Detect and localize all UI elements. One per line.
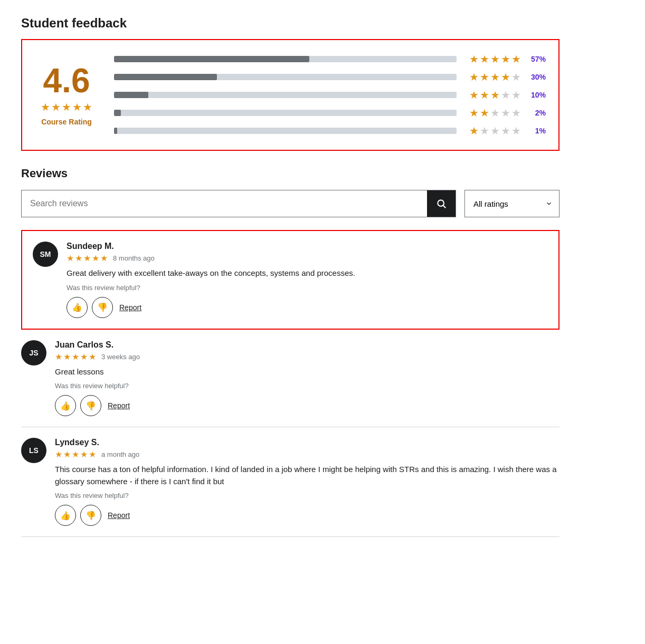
filter-wrap: All ratings5 stars4 stars3 stars2 stars1… xyxy=(464,190,559,217)
bar-star-1-1: ★ xyxy=(480,124,489,137)
reviewer-name-2: Lyndsey S. xyxy=(55,438,559,447)
bar-star-5-3: ★ xyxy=(501,53,510,65)
review-meta-0: ★★★★★8 months ago xyxy=(67,253,548,263)
review-body-2: Lyndsey S.★★★★★a month agoThis course ha… xyxy=(55,438,559,526)
report-button-0[interactable]: Report xyxy=(119,303,141,312)
bar-star-2-0: ★ xyxy=(469,107,479,119)
star-3: ★ xyxy=(62,101,71,113)
bar-stars-3: ★★★★★ xyxy=(463,89,521,101)
bar-star-4-1: ★ xyxy=(480,71,489,83)
review-card-1: JSJuan Carlos S.★★★★★3 weeks agoGreat le… xyxy=(21,330,559,428)
review-star-2-1: ★ xyxy=(63,449,71,459)
bar-track-5 xyxy=(114,56,457,62)
feedback-actions-2: 👍👎Report xyxy=(55,505,559,526)
review-card-2: LSLyndsey S.★★★★★a month agoThis course … xyxy=(21,427,559,537)
bar-star-1-4: ★ xyxy=(511,124,521,137)
review-time-2: a month ago xyxy=(101,450,139,458)
review-star-2-2: ★ xyxy=(72,449,79,459)
thumbs-down-button-2[interactable]: 👎 xyxy=(80,505,101,526)
review-star-1-2: ★ xyxy=(72,352,79,362)
review-star-0-0: ★ xyxy=(67,253,74,263)
review-star-0-4: ★ xyxy=(100,253,108,263)
bar-star-4-3: ★ xyxy=(501,71,510,83)
svg-line-1 xyxy=(443,206,446,208)
star-2: ★ xyxy=(51,101,61,113)
bar-row-1: ★★★★★1% xyxy=(114,124,546,137)
ratings-filter[interactable]: All ratings5 stars4 stars3 stars2 stars1… xyxy=(464,190,559,217)
bar-fill-2 xyxy=(114,110,121,116)
bar-stars-1: ★★★★★ xyxy=(463,124,521,137)
feedback-title: Student feedback xyxy=(21,16,559,31)
reviews-list: SMSundeep M.★★★★★8 months agoGreat deliv… xyxy=(21,230,559,537)
bar-track-2 xyxy=(114,110,457,116)
bar-star-2-2: ★ xyxy=(490,107,500,119)
star-4: ★ xyxy=(72,101,82,113)
bar-star-2-4: ★ xyxy=(511,107,521,119)
thumbs-up-button-1[interactable]: 👍 xyxy=(55,395,76,416)
bar-star-4-2: ★ xyxy=(490,71,500,83)
search-row: All ratings5 stars4 stars3 stars2 stars1… xyxy=(21,190,559,217)
star-1: ★ xyxy=(41,101,50,113)
bar-track-4 xyxy=(114,74,457,80)
report-button-2[interactable]: Report xyxy=(108,511,130,520)
search-button[interactable] xyxy=(427,190,456,217)
review-star-0-2: ★ xyxy=(83,253,91,263)
bar-star-1-3: ★ xyxy=(501,124,510,137)
feedback-actions-1: 👍👎Report xyxy=(55,395,559,416)
bar-star-3-3: ★ xyxy=(501,89,510,101)
bar-star-1-0: ★ xyxy=(469,124,479,137)
bar-fill-4 xyxy=(114,74,217,80)
big-rating-stars: ★ ★ ★ ★ ★ xyxy=(41,101,92,113)
svg-point-0 xyxy=(438,200,444,206)
big-rating-score: 4.6 xyxy=(43,64,90,98)
thumbs-down-button-1[interactable]: 👎 xyxy=(80,395,101,416)
bar-star-2-3: ★ xyxy=(501,107,510,119)
review-text-0: Great delivery with excellent take-aways… xyxy=(67,267,548,280)
review-star-0-1: ★ xyxy=(75,253,82,263)
bar-star-5-1: ★ xyxy=(480,53,489,65)
bar-star-5-4: ★ xyxy=(511,53,521,65)
bar-track-1 xyxy=(114,128,457,134)
review-star-2-3: ★ xyxy=(80,449,88,459)
bar-star-4-0: ★ xyxy=(469,71,479,83)
helpful-label-2: Was this review helpful? xyxy=(55,492,559,499)
bar-stars-4: ★★★★★ xyxy=(463,71,521,83)
search-icon xyxy=(436,198,447,209)
bar-percent-2: 2% xyxy=(527,109,546,117)
thumbs-up-button-0[interactable]: 👍 xyxy=(67,297,88,318)
bar-percent-5: 57% xyxy=(527,55,546,63)
bar-star-3-4: ★ xyxy=(511,89,521,101)
star-5-half: ★ xyxy=(83,101,92,113)
bar-star-5-0: ★ xyxy=(469,53,479,65)
review-star-1-3: ★ xyxy=(80,352,88,362)
search-input-wrap xyxy=(21,190,456,217)
thumbs-down-button-0[interactable]: 👎 xyxy=(92,297,113,318)
course-rating-label: Course Rating xyxy=(41,118,92,126)
bar-fill-5 xyxy=(114,56,309,62)
feedback-actions-0: 👍👎Report xyxy=(67,297,548,318)
bar-row-5: ★★★★★57% xyxy=(114,53,546,65)
bar-star-2-1: ★ xyxy=(480,107,489,119)
review-time-0: 8 months ago xyxy=(113,254,155,262)
bar-star-1-2: ★ xyxy=(490,124,500,137)
bar-row-2: ★★★★★2% xyxy=(114,107,546,119)
bar-star-3-0: ★ xyxy=(469,89,479,101)
thumbs-up-button-2[interactable]: 👍 xyxy=(55,505,76,526)
search-input[interactable] xyxy=(22,190,427,217)
bar-star-3-1: ★ xyxy=(480,89,489,101)
review-star-2-4: ★ xyxy=(89,449,96,459)
review-time-1: 3 weeks ago xyxy=(101,353,140,361)
report-button-1[interactable]: Report xyxy=(108,401,130,410)
review-stars-1: ★★★★★ xyxy=(55,352,96,362)
bar-percent-1: 1% xyxy=(527,127,546,135)
review-body-1: Juan Carlos S.★★★★★3 weeks agoGreat less… xyxy=(55,340,559,417)
bars-container: ★★★★★57%★★★★★30%★★★★★10%★★★★★2%★★★★★1% xyxy=(114,53,546,137)
reviews-title: Reviews xyxy=(21,167,559,180)
bar-stars-5: ★★★★★ xyxy=(463,53,521,65)
bar-row-3: ★★★★★10% xyxy=(114,89,546,101)
bar-stars-2: ★★★★★ xyxy=(463,107,521,119)
review-star-1-4: ★ xyxy=(89,352,96,362)
review-star-1-1: ★ xyxy=(63,352,71,362)
review-body-0: Sundeep M.★★★★★8 months agoGreat deliver… xyxy=(67,242,548,318)
bar-fill-3 xyxy=(114,92,148,98)
